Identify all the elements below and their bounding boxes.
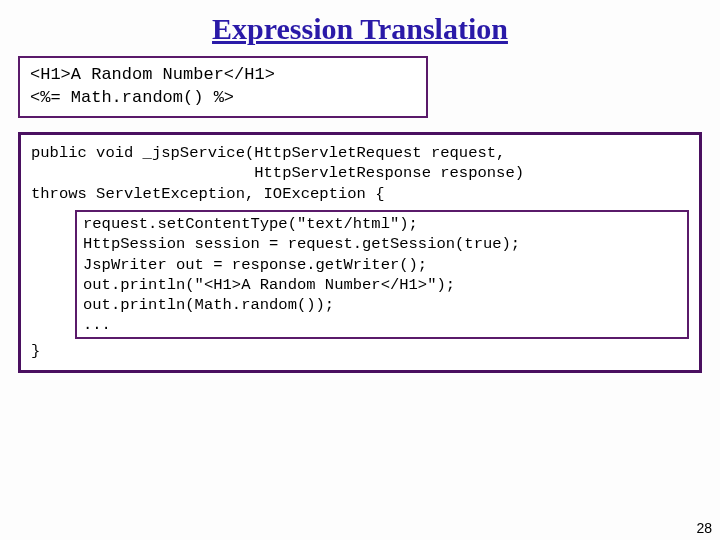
jsp-source-box: <H1>A Random Number</H1> <%= Math.random… [18,56,428,118]
servlet-output-box: public void _jspService(HttpServletReque… [18,132,702,373]
slide-title: Expression Translation [18,12,702,46]
jsp-line-1: <H1>A Random Number</H1> [30,64,416,87]
servlet-body-box: request.setContentType("text/html"); Htt… [75,210,689,339]
page-number: 28 [696,520,712,536]
servlet-body: request.setContentType("text/html"); Htt… [83,214,681,335]
jsp-line-2: <%= Math.random() %> [30,87,416,110]
servlet-signature: public void _jspService(HttpServletReque… [31,143,689,204]
servlet-close-brace: } [31,341,689,361]
